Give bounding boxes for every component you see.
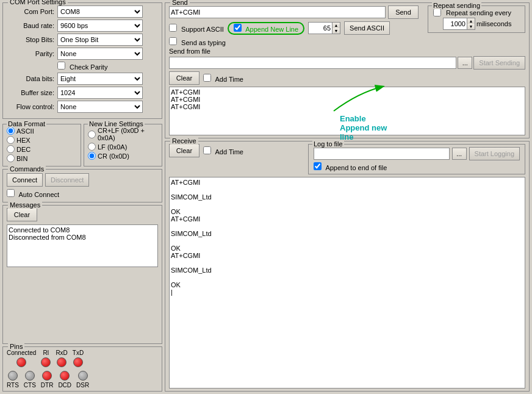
data-format-title: Data Format <box>7 120 46 127</box>
pin-dsr: DSR <box>76 370 89 389</box>
new-line-title: New Line Settings <box>88 120 145 127</box>
start-sending-button[interactable]: Start Sending <box>473 56 525 70</box>
receive-area: AT+CGMI SIMCOM_Ltd OK AT+CGMI SIMCOM_Ltd… <box>169 177 525 389</box>
dec-radio[interactable] <box>7 145 15 153</box>
send-line-1: AT+CGMI <box>171 88 523 96</box>
append-new-line-label[interactable]: Append New Line <box>228 22 304 35</box>
data-bits-select[interactable]: Eight <box>57 73 143 85</box>
repeat-ms-down[interactable]: ▼ <box>467 24 475 29</box>
dec-label: DEC <box>16 146 31 153</box>
com-port-settings-title: COM Port Settings <box>8 0 68 5</box>
recv-line-2 <box>171 186 523 193</box>
send-clear-button[interactable]: Clear <box>169 71 200 85</box>
auto-connect-checkbox[interactable] <box>7 189 15 197</box>
new-line-settings: New Line Settings CR+LF (0x0D + 0x0A) LF… <box>84 124 162 167</box>
pin-connected: Connected <box>7 349 36 368</box>
send-add-time-label[interactable]: Add Time <box>203 74 243 83</box>
receive-section: Receive Clear Add Time Log to file <box>165 141 530 392</box>
recv-line-12 <box>171 259 523 267</box>
hex-radio[interactable] <box>7 136 15 144</box>
log-to-file-box: Log to file ... Start Logging Append to … <box>308 144 525 174</box>
send-controls-row: Clear Add Time <box>169 71 525 85</box>
baud-rate-select[interactable]: 9600 bps <box>57 20 143 32</box>
parity-select[interactable]: None <box>57 48 143 60</box>
ascii-up[interactable]: ▲ <box>332 23 340 28</box>
pin-dcd-led <box>60 371 70 381</box>
flow-control-select[interactable]: None <box>57 101 143 113</box>
pin-dcd: DCD <box>58 370 71 389</box>
baud-rate-label: Baud rate: <box>7 22 54 29</box>
data-format: Data Format ASCII HEX DEC BIN <box>2 124 81 167</box>
recv-line-3: SIMCOM_Ltd <box>171 193 523 201</box>
data-bits-label: Data bits: <box>7 75 54 82</box>
cr-radio[interactable] <box>88 152 96 160</box>
check-parity-label[interactable]: Check Parity <box>57 63 107 71</box>
append-new-line-checkbox[interactable] <box>234 24 242 32</box>
crlf-radio[interactable] <box>88 131 96 138</box>
send-command-input[interactable] <box>169 6 386 18</box>
ascii-num-input[interactable] <box>308 22 332 34</box>
support-ascii-label[interactable]: Support ASCII <box>169 24 224 33</box>
receive-add-time-checkbox[interactable] <box>203 146 211 154</box>
send-add-time-checkbox[interactable] <box>203 74 211 82</box>
stop-bits-select[interactable]: One Stop Bit <box>57 34 143 46</box>
repeat-label: Repeat sending every <box>446 9 511 16</box>
connect-button[interactable]: Connect <box>7 173 43 187</box>
commands-title: Commands <box>8 165 46 173</box>
bin-radio[interactable] <box>7 154 15 162</box>
send-ascii-button[interactable]: Send ASCII <box>344 21 390 35</box>
send-line-3: AT+CGMI <box>171 103 523 110</box>
send-as-typing-label[interactable]: Send as typing <box>169 39 226 46</box>
buffer-size-label: Buffer size: <box>7 89 54 96</box>
repeat-sending-title: Repeat sending <box>432 2 481 9</box>
log-browse-button[interactable]: ... <box>452 148 467 160</box>
send-line-2: AT+CGMI <box>171 96 523 103</box>
messages-section: Messages Clear Connected to COM8 Disconn… <box>2 205 162 344</box>
receive-add-time-label[interactable]: Add Time <box>203 146 243 156</box>
recv-line-1: AT+CGMI <box>171 179 523 186</box>
log-file-input[interactable] <box>314 148 450 160</box>
hex-label: HEX <box>16 137 31 144</box>
buffer-size-select[interactable]: 1024 <box>57 87 143 99</box>
send-section: Send Repeat sending Repeat sending every… <box>165 2 530 138</box>
start-logging-button[interactable]: Start Logging <box>469 147 520 160</box>
cr-label: CR (0x0D) <box>98 152 129 160</box>
stop-bits-label: Stop Bits: <box>7 36 54 43</box>
repeat-checkbox[interactable] <box>433 9 441 16</box>
send-area: AT+CGMI AT+CGMI AT+CGMI <box>169 87 525 135</box>
support-ascii-checkbox[interactable] <box>169 24 177 32</box>
send-button[interactable]: Send <box>388 5 419 19</box>
ascii-down[interactable]: ▼ <box>332 28 340 34</box>
repeat-ms-up[interactable]: ▲ <box>467 18 475 24</box>
auto-connect-label[interactable]: Auto Connect <box>7 191 59 198</box>
pin-rts: RTS <box>7 370 19 389</box>
file-path-input[interactable] <box>169 57 456 69</box>
message-line-1: Connected to COM8 <box>9 226 156 234</box>
message-line-2: Disconnected from COM8 <box>9 234 156 241</box>
log-file-row: ... Start Logging <box>314 147 520 160</box>
commands-section: Commands Connect Disconnect Auto Connect <box>2 169 162 202</box>
ascii-radio[interactable] <box>7 127 15 135</box>
repeat-ms-input[interactable] <box>443 18 467 30</box>
append-to-end-label[interactable]: Append to end of file <box>314 164 387 171</box>
pin-txd-led <box>73 357 83 367</box>
recv-line-8: SIMCOM_Ltd <box>171 230 523 237</box>
receive-clear-button[interactable]: Clear <box>169 144 200 157</box>
bin-label: BIN <box>16 155 27 162</box>
pin-connected-led <box>16 357 26 367</box>
browse-button[interactable]: ... <box>458 57 472 69</box>
lf-radio[interactable] <box>88 143 96 151</box>
recv-line-11: AT+CGMI <box>171 252 523 259</box>
check-parity-checkbox[interactable] <box>57 62 65 70</box>
com-port-label: Com Port: <box>7 8 54 15</box>
disconnect-button[interactable]: Disconnect <box>45 173 89 187</box>
send-title: Send <box>170 0 190 6</box>
pin-rts-led <box>8 371 18 381</box>
receive-title: Receive <box>170 137 198 145</box>
send-as-typing-checkbox[interactable] <box>169 37 177 45</box>
com-port-select[interactable]: COM8 <box>57 5 143 18</box>
messages-clear-button[interactable]: Clear <box>7 208 37 221</box>
pin-txd: TxD <box>73 349 84 368</box>
append-to-end-checkbox[interactable] <box>314 162 322 170</box>
ascii-label: ASCII <box>16 127 34 135</box>
